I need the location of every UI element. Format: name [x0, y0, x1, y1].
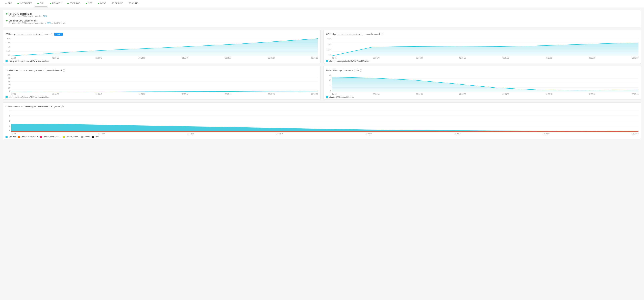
status-panel: Node CPU utilization: ok Condition: the … — [3, 10, 641, 27]
chart-cpu-delay-label: CPU delay — [326, 33, 336, 36]
tab-profiling[interactable]: PROFILING — [109, 0, 126, 7]
tab-instances-label: INSTANCES — [20, 2, 32, 4]
cpu-delay-svg — [332, 38, 638, 57]
condition-link-container[interactable]: 80% — [47, 22, 51, 24]
consumers-svg — [11, 110, 638, 132]
nav-tabs: SLO INSTANCES CPU MEMORY STORAGE NET LOG… — [0, 0, 644, 7]
cpu-usage-legend: elastic_bardeen@ubuntu-QEMU-Virtual-Mach… — [6, 60, 318, 62]
cpu-delay-chart-inner: Jul 03 02:34:30 02:34:40 02:34:50 02:35:… — [332, 38, 638, 59]
cpu-delay-y-axis: 1.5m 1m 0.5m 0m — [326, 38, 332, 59]
tab-tracing[interactable]: TRACING — [126, 0, 141, 7]
cpu-delay-legend: elastic_bardeen@ubuntu-QEMU-Virtual-Mach… — [326, 60, 638, 62]
node-cpu-x-axis: Jul 03 02:34:30 02:34:40 02:34:50 02:35:… — [332, 93, 638, 95]
cpu-usage-info-icon[interactable]: i — [51, 33, 53, 36]
throttled-svg — [11, 74, 318, 93]
chart-throttled: Throttled time container: elastic_bardee… — [3, 66, 321, 100]
throttled-info-icon[interactable]: i — [63, 69, 65, 72]
status-text-container: Container CPU utilization: ok — [8, 20, 36, 22]
legend-swatch-total — [92, 136, 94, 138]
legend-swatch-coroot-1 — [63, 136, 65, 138]
tab-logs-label: LOGS — [100, 2, 106, 4]
slo-icon — [5, 3, 7, 4]
legend-label-cpu-delay: elastic_bardeen@ubuntu-QEMU-Virtual-Mach… — [329, 60, 369, 62]
legend-label-other: other — [86, 136, 90, 138]
legend-swatch-ferretdb — [6, 136, 8, 138]
status-item-container: Container CPU utilization: ok Condition:… — [6, 20, 638, 24]
legend-swatch-cpu-usage — [6, 60, 8, 62]
legend-label-total: total — [96, 136, 99, 138]
throttled-chart-wrapper: 100 80 60 40 20 0 — [6, 74, 318, 95]
logs-dot — [98, 3, 99, 4]
tab-storage[interactable]: STORAGE — [64, 0, 83, 7]
chevron-down-icon: ▼ — [40, 34, 42, 35]
svg-marker-26 — [11, 124, 638, 132]
legend-label-throttled: elastic_bardeen@ubuntu-QEMU-Virtual-Mach… — [8, 96, 49, 98]
cpu-usage-svg — [11, 38, 318, 57]
tab-memory[interactable]: MEMORY — [47, 0, 64, 7]
storage-dot — [67, 3, 69, 4]
chart-cpu-consumers: CPU consumers on ubuntu-QEMU-Virtual-Mac… — [3, 102, 641, 139]
cpu-delay-chart-wrapper: 1.5m 1m 0.5m 0m — [326, 38, 638, 59]
cpu-usage-dropdown[interactable]: container: elastic_bardeen ▼ — [17, 33, 43, 36]
tab-instances[interactable]: INSTANCES — [15, 0, 35, 7]
consumers-info-icon[interactable]: i — [61, 106, 64, 108]
throttled-chart-inner: Jul 03 02:34:30 02:34:40 02:34:50 02:35:… — [11, 74, 318, 95]
node-cpu-y-axis: 60 40 20 0 — [326, 74, 332, 95]
tab-slo-label: SLO — [8, 2, 12, 4]
cpu-delay-info-icon[interactable]: i — [381, 33, 383, 36]
tab-net[interactable]: NET — [83, 0, 95, 7]
status-title-container: Container CPU utilization: ok — [6, 20, 638, 22]
tab-net-label: NET — [88, 2, 92, 4]
cpu-delay-dropdown[interactable]: container: elastic_bardeen ▼ — [337, 33, 363, 36]
cpu-dot — [38, 3, 39, 4]
consumers-chart-wrapper: 4 3 2 1 0 — [6, 110, 638, 135]
chevron-down-icon-throttled: ▼ — [42, 70, 44, 71]
consumers-unit: , cores — [54, 106, 60, 108]
cpu-usage-chart-wrapper: 10m 7.5m 5m 2.5m 0m — [6, 38, 318, 59]
node-cpu-svg — [332, 74, 638, 93]
consumers-x-axis: Jul 03 02:34:30 02:34:40 02:34:50 02:35:… — [11, 133, 638, 135]
chart-cpu-delay-title: CPU delay container: elastic_bardeen ▼ ,… — [326, 33, 638, 36]
legend-label-node-cpu: ubuntu-QEMU-Virtual-Machine — [329, 96, 354, 98]
chart-node-cpu-label: Node CPU usage — [326, 69, 342, 72]
chart-cpu-usage-title: CPU usage container: elastic_bardeen ▼ ,… — [6, 33, 318, 36]
tab-slo[interactable]: SLO — [3, 0, 15, 7]
throttled-legend: elastic_bardeen@ubuntu-QEMU-Virtual-Mach… — [6, 96, 318, 98]
throttled-unit: , seconds/second — [46, 69, 62, 72]
cpu-usage-chart-inner: Jul 03 02:34:30 02:34:40 02:34:50 02:35:… — [11, 38, 318, 59]
legend-swatch-throttled — [6, 96, 8, 98]
node-cpu-info-icon[interactable]: i — [360, 69, 362, 72]
profile-button[interactable]: profile — [54, 33, 63, 36]
status-condition-node: Condition: the CPU usage of a node > 80% — [8, 15, 638, 18]
chart-consumers-label: CPU consumers on — [6, 106, 23, 108]
charts-grid-middle: Throttled time container: elastic_bardee… — [0, 66, 644, 102]
cpu-usage-unit: , cores — [44, 33, 50, 36]
condition-link-node[interactable]: 80% — [43, 15, 47, 18]
consumers-legend: ferretdb coroot-clickhouse-1 coroot-node… — [6, 136, 638, 138]
chart-consumers-title: CPU consumers on ubuntu-QEMU-Virtual-Mac… — [6, 105, 638, 108]
legend-swatch-other — [82, 136, 84, 138]
chevron-down-icon-consumers: ▼ — [50, 106, 52, 108]
instances-dot — [18, 3, 19, 4]
consumers-chart-inner: Jul 03 02:34:30 02:34:40 02:34:50 02:35:… — [11, 110, 638, 135]
chart-cpu-usage: CPU usage container: elastic_bardeen ▼ ,… — [3, 30, 321, 64]
chart-throttled-title: Throttled time container: elastic_bardee… — [6, 69, 318, 72]
consumers-dropdown[interactable]: ubuntu-QEMU-Virtual-Machi... ▼ — [24, 105, 53, 108]
legend-label-ferretdb: ferretdb — [10, 136, 16, 138]
throttled-y-axis: 100 80 60 40 20 0 — [6, 74, 11, 95]
cpu-usage-y-axis: 10m 7.5m 5m 2.5m 0m — [6, 38, 11, 59]
tab-logs[interactable]: LOGS — [95, 0, 109, 7]
tab-cpu-label: CPU — [40, 2, 44, 4]
status-dot-node — [6, 13, 8, 14]
status-item-node: Node CPU utilization: ok Condition: the … — [6, 12, 638, 18]
legend-swatch-node-agent — [40, 136, 42, 138]
node-cpu-dropdown[interactable]: overview ▼ — [343, 69, 354, 72]
throttled-dropdown[interactable]: container: elastic_bardeen ▼ — [19, 69, 45, 72]
net-dot — [86, 3, 87, 4]
chart-node-cpu: Node CPU usage overview ▼ , % i 60 40 20… — [323, 66, 641, 100]
tab-cpu[interactable]: CPU — [35, 0, 47, 7]
tab-profiling-label: PROFILING — [112, 2, 123, 4]
status-dot-container — [6, 20, 8, 22]
legend-label-node-agent: coroot-node-agent-1 — [44, 136, 61, 138]
legend-label-coroot-1: coroot-coroot-1 — [67, 136, 79, 138]
